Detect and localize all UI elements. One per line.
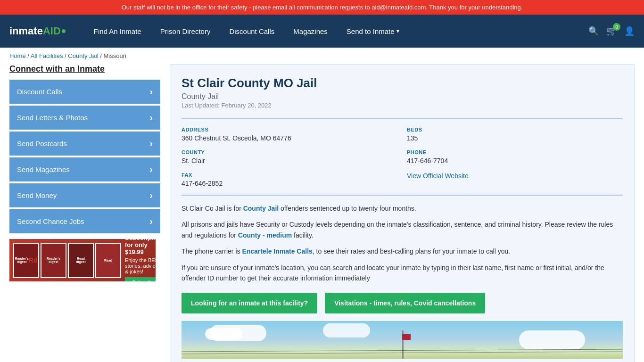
chevron-right-icon: › bbox=[149, 216, 153, 227]
desc-para-2: All prisons and jails have Security or C… bbox=[182, 219, 623, 240]
svg-line-1 bbox=[182, 352, 623, 354]
logo-dot bbox=[62, 29, 66, 33]
breadcrumb: Home / All Facilities / County Jail / Mi… bbox=[0, 48, 644, 64]
facility-type: County Jail bbox=[182, 92, 623, 101]
search-button[interactable]: 🔍 bbox=[588, 26, 599, 36]
magazine-covers: Reader'sdigestRd Reader'sdigest Readdige… bbox=[13, 243, 121, 278]
second-chance-jobs-button[interactable]: Second Chance Jobs › bbox=[9, 209, 160, 233]
sidebar-title: Connect with an Inmate bbox=[9, 64, 160, 74]
dropdown-arrow-icon: ▾ bbox=[396, 28, 399, 34]
cloud bbox=[205, 328, 243, 340]
chevron-right-icon: › bbox=[149, 112, 153, 123]
send-postcards-button[interactable]: Send Postcards › bbox=[9, 132, 160, 156]
fax-block: FAX 417-646-2852 bbox=[182, 172, 397, 187]
desc-para-3: The phone carrier is Encartele Inmate Ca… bbox=[182, 246, 623, 256]
breadcrumb-state: Missouri bbox=[103, 52, 126, 59]
send-money-button[interactable]: Send Money › bbox=[9, 183, 160, 207]
utility-wires bbox=[182, 345, 623, 359]
nav-magazines[interactable]: Magazines bbox=[284, 27, 337, 35]
flag bbox=[402, 334, 411, 340]
user-icon: 👤 bbox=[624, 26, 635, 36]
encartele-link[interactable]: Encartele Inmate Calls bbox=[242, 247, 312, 255]
desc-para-1: St Clair Co Jail is for County Jail offe… bbox=[182, 203, 623, 214]
cart-badge: 0 bbox=[613, 23, 620, 31]
facility-name: St Clair County MO Jail bbox=[182, 76, 623, 90]
facility-photo bbox=[182, 321, 623, 359]
phone-block: PHONE 417-646-7704 bbox=[407, 149, 623, 165]
county-jail-link[interactable]: County Jail bbox=[243, 205, 279, 212]
cart-button[interactable]: 🛒 0 bbox=[606, 26, 617, 36]
county-medium-link[interactable]: County - medium bbox=[238, 231, 292, 239]
nav-send-to-inmate[interactable]: Send to Inmate ▾ bbox=[337, 27, 409, 35]
main-layout: Connect with an Inmate Discount Calls › … bbox=[0, 64, 644, 362]
official-website-link[interactable]: View Official Website bbox=[407, 172, 469, 180]
visitations-button[interactable]: Visitations - times, rules, Covid cancel… bbox=[325, 293, 485, 313]
user-button[interactable]: 👤 bbox=[624, 26, 635, 36]
magazine-ad-text: If Your Subscription for only $19.99 Enj… bbox=[125, 239, 156, 281]
send-letters-button[interactable]: Send Letters & Photos › bbox=[9, 106, 160, 130]
facility-description: St Clair Co Jail is for County Jail offe… bbox=[182, 195, 623, 283]
chevron-right-icon: › bbox=[149, 86, 153, 97]
website-block: View Official Website bbox=[407, 172, 623, 187]
alert-banner: Our staff will not be in the office for … bbox=[0, 0, 644, 15]
chevron-right-icon: › bbox=[149, 138, 153, 149]
navbar: inmate AID Find An Inmate Prison Directo… bbox=[0, 15, 644, 48]
svg-line-0 bbox=[182, 349, 623, 352]
chevron-right-icon: › bbox=[149, 190, 153, 201]
sidebar: Connect with an Inmate Discount Calls › … bbox=[9, 64, 160, 362]
subscribe-button[interactable]: Subscribe Now bbox=[125, 277, 156, 281]
alert-text: Our staff will not be in the office for … bbox=[122, 4, 523, 11]
nav-prison-directory[interactable]: Prison Directory bbox=[151, 27, 220, 35]
breadcrumb-all-facilities[interactable]: All Facilities bbox=[31, 52, 63, 59]
nav-icons: 🔍 🛒 0 👤 bbox=[588, 26, 635, 36]
facility-content: St Clair County MO Jail County Jail Last… bbox=[170, 64, 635, 362]
cloud bbox=[323, 323, 370, 337]
facility-info-grid: ADDRESS 360 Chestnut St, Osceola, MO 647… bbox=[182, 118, 623, 187]
county-block: COUNTY St. Clair bbox=[182, 149, 397, 165]
beds-block: BEDS 135 bbox=[407, 127, 623, 142]
facility-last-updated: Last Updated: February 20, 2022 bbox=[182, 102, 623, 109]
address-block: ADDRESS 360 Chestnut St, Osceola, MO 647… bbox=[182, 127, 397, 142]
breadcrumb-home[interactable]: Home bbox=[9, 52, 26, 59]
logo[interactable]: inmate AID bbox=[9, 25, 66, 37]
nav-find-inmate[interactable]: Find An Inmate bbox=[84, 27, 151, 35]
chevron-right-icon: › bbox=[149, 164, 153, 175]
breadcrumb-county-jail[interactable]: County Jail bbox=[68, 52, 98, 59]
send-magazines-button[interactable]: Send Magazines › bbox=[9, 157, 160, 181]
find-inmate-button[interactable]: Looking for an inmate at this facility? bbox=[182, 293, 317, 313]
discount-calls-button[interactable]: Discount Calls › bbox=[9, 80, 160, 104]
nav-discount-calls[interactable]: Discount Calls bbox=[220, 27, 284, 35]
action-buttons: Looking for an inmate at this facility? … bbox=[182, 293, 623, 313]
magazine-ad: Reader'sdigestRd Reader'sdigest Readdige… bbox=[9, 239, 156, 281]
facility-card: St Clair County MO Jail County Jail Last… bbox=[170, 64, 635, 362]
desc-para-4: If you are unsure of your inmate's locat… bbox=[182, 263, 623, 284]
sky-background bbox=[182, 321, 623, 359]
search-icon: 🔍 bbox=[588, 26, 599, 36]
nav-links: Find An Inmate Prison Directory Discount… bbox=[84, 27, 588, 35]
